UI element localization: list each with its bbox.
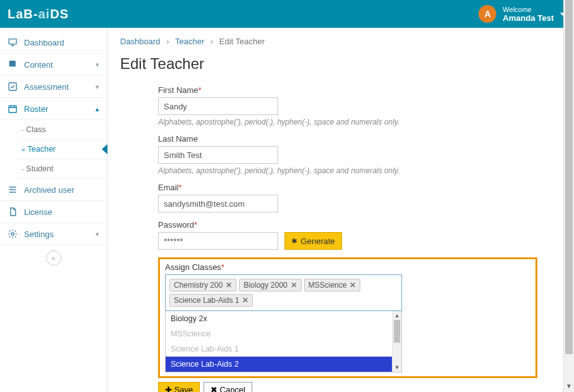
sidebar-item-label: Roster: [24, 104, 48, 114]
remove-tag-icon[interactable]: ✕: [226, 281, 232, 290]
password-label: Password*: [158, 220, 537, 230]
svg-rect-0: [9, 39, 16, 44]
sidebar-sub-label: Class: [26, 125, 46, 134]
check-icon: [8, 82, 18, 92]
sidebar-item-dashboard[interactable]: Dashboard: [0, 32, 107, 54]
chevron-down-icon: ▾: [95, 83, 99, 91]
page-title: Edit Teacher: [120, 55, 561, 73]
sidebar-item-label: Settings: [24, 230, 54, 239]
list-icon: [8, 185, 18, 195]
breadcrumb: Dashboard › Teacher › Edit Teacher: [120, 37, 561, 46]
app-header: LaB-aiDS A Welcome Amanda Test: [0, 0, 574, 28]
sidebar-item-label: License: [24, 207, 52, 217]
gear-icon: [8, 229, 18, 239]
sidebar-sub-label: Teacher: [28, 145, 56, 154]
dropdown-scrollbar[interactable]: ▲ ▼: [392, 311, 401, 372]
sidebar-item-label: Dashboard: [24, 38, 64, 47]
assign-classes-input[interactable]: Chemistry 200✕ Biology 2000✕ MSScience✕ …: [165, 274, 402, 311]
email-input[interactable]: [158, 195, 278, 212]
sidebar-sub-student[interactable]: -Student: [18, 159, 107, 179]
sidebar-item-archived[interactable]: Archived user: [0, 179, 107, 201]
svg-rect-2: [9, 106, 16, 113]
logo-part3: DS: [50, 7, 69, 21]
assign-classes-dropdown[interactable]: Biology 2x MSScience Science Lab-Aids 1 …: [165, 311, 402, 372]
first-name-input[interactable]: [158, 97, 278, 115]
remove-tag-icon[interactable]: ✕: [291, 281, 297, 290]
collapse-sidebar-button[interactable]: «: [46, 250, 61, 266]
class-tag: MSScience✕: [304, 279, 361, 291]
password-input[interactable]: [158, 232, 278, 250]
user-name: Amanda Test: [503, 14, 554, 22]
assign-classes-highlight: Assign Classes* Chemistry 200✕ Biology 2…: [158, 257, 537, 378]
first-name-label: First Name*: [158, 85, 537, 95]
sidebar-roster-submenu: -Class »Teacher -Student: [0, 120, 107, 179]
doc-icon: [8, 207, 18, 217]
sidebar-item-settings[interactable]: Settings ▾: [0, 223, 107, 245]
sidebar-item-label: Archived user: [24, 185, 74, 195]
logo-part2: ai: [38, 7, 50, 21]
sidebar-item-assessment[interactable]: Assessment ▾: [0, 76, 107, 98]
last-name-hint: Alphabets, apostrophe('), period(.), hyp…: [158, 166, 537, 175]
scroll-thumb[interactable]: [394, 320, 400, 343]
sidebar-item-roster[interactable]: Roster ▴: [0, 98, 107, 120]
scroll-down-icon[interactable]: ▼: [564, 383, 574, 389]
assign-classes-label: Assign Classes*: [165, 262, 530, 272]
generate-button[interactable]: Generate: [284, 232, 342, 250]
breadcrumb-dashboard[interactable]: Dashboard: [120, 37, 161, 46]
logo-part1: LaB-: [8, 7, 38, 21]
dropdown-option[interactable]: Science Lab-Aids 2: [166, 357, 401, 372]
sidebar-item-label: Assessment: [24, 82, 69, 92]
scroll-thumb[interactable]: [565, 0, 573, 354]
sidebar-sub-teacher[interactable]: »Teacher: [18, 140, 107, 159]
edit-teacher-form: First Name* Alphabets, apostrophe('), pe…: [158, 85, 537, 392]
last-name-input[interactable]: [158, 146, 278, 164]
dropdown-option: Science Lab-Aids 1: [166, 341, 401, 357]
sidebar-item-label: Content: [24, 60, 53, 70]
sidebar-item-license[interactable]: License: [0, 201, 107, 223]
page-scrollbar[interactable]: ▼: [563, 0, 574, 392]
save-button[interactable]: ✚ Save: [158, 382, 200, 392]
monitor-icon: [8, 37, 18, 47]
svg-point-3: [11, 233, 14, 235]
chevron-up-icon: ▴: [95, 105, 99, 113]
breadcrumb-current: Edit Teacher: [219, 37, 265, 46]
dropdown-option: MSScience: [166, 326, 401, 341]
remove-tag-icon[interactable]: ✕: [350, 281, 356, 290]
calendar-icon: [8, 104, 18, 114]
scroll-down-icon[interactable]: ▼: [393, 364, 401, 371]
dropdown-option[interactable]: Biology 2x: [166, 311, 401, 326]
user-menu[interactable]: A Welcome Amanda Test: [479, 5, 565, 23]
logo: LaB-aiDS: [8, 7, 69, 21]
sidebar-item-content[interactable]: Content ▾: [0, 54, 107, 76]
avatar: A: [479, 5, 496, 23]
svg-rect-1: [9, 83, 16, 90]
scroll-up-icon[interactable]: ▲: [393, 312, 401, 319]
class-tag: Science Lab-Aids 1✕: [169, 294, 253, 307]
class-tag: Chemistry 200✕: [169, 279, 236, 291]
sidebar: Dashboard Content ▾ Assessment ▾ Roster …: [0, 28, 107, 392]
breadcrumb-teacher[interactable]: Teacher: [175, 37, 204, 46]
last-name-label: Last Name: [158, 134, 537, 144]
sidebar-sub-class[interactable]: -Class: [18, 120, 107, 140]
book-icon: [8, 59, 18, 70]
main-content: Dashboard › Teacher › Edit Teacher Edit …: [107, 28, 574, 392]
sidebar-sub-label: Student: [26, 164, 53, 173]
first-name-hint: Alphabets, apostrophe('), period(.), hyp…: [158, 118, 537, 126]
class-tag: Biology 2000✕: [239, 279, 301, 291]
chevron-down-icon: ▾: [95, 61, 99, 69]
remove-tag-icon[interactable]: ✕: [242, 296, 248, 305]
cancel-button[interactable]: ✖ Cancel: [204, 382, 252, 392]
chevron-down-icon: ▾: [95, 230, 99, 238]
email-label: Email*: [158, 183, 537, 192]
